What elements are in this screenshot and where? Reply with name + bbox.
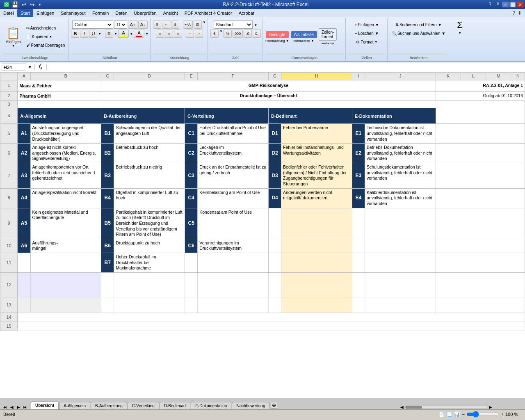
cell-E4-content[interactable]: Kalibrierdokumentation ist unvollständig…	[365, 188, 436, 208]
tab-next-btn[interactable]: ▶	[16, 405, 21, 409]
cell-reference-input[interactable]	[2, 64, 26, 71]
col-header-I[interactable]: I	[352, 73, 365, 80]
sheet-tab-nachbewertung[interactable]: Nachbewertung	[232, 402, 269, 409]
decrease-decimal-btn[interactable]: 0.	[253, 30, 261, 38]
cell-B13[interactable]	[30, 297, 101, 313]
cell-J10[interactable]	[365, 239, 436, 253]
row-5-header[interactable]: 5	[0, 124, 18, 144]
zoom-level[interactable]: 100 %	[505, 412, 522, 417]
label-D2[interactable]: D2	[268, 144, 281, 163]
minimize-button[interactable]: ─	[502, 2, 509, 7]
table-format-btn[interactable]: Als Tabelle	[291, 31, 317, 38]
cell-I11[interactable]	[352, 253, 365, 273]
header-D-bedienart[interactable]: D-Bedienart	[268, 108, 352, 124]
cell-G9[interactable]	[268, 208, 281, 239]
label-C1[interactable]: C1	[185, 124, 198, 144]
label-C3[interactable]: C3	[185, 163, 198, 189]
border-dropdown[interactable]: ▼	[114, 32, 117, 36]
cell-C4-content[interactable]: Keimbelastung am Point of Use	[198, 188, 269, 208]
tab-scroll-left[interactable]: ◀	[400, 405, 404, 409]
label-D1[interactable]: D1	[268, 124, 281, 144]
label-B6[interactable]: B6	[101, 239, 114, 253]
cell-E2-content[interactable]: Betriebs-Dokumentation unvollständig, fe…	[365, 144, 436, 163]
cell-J13[interactable]	[365, 297, 436, 313]
col-header-B[interactable]: B	[30, 73, 101, 80]
cell-B11[interactable]	[30, 253, 101, 273]
cell-I9[interactable]	[352, 208, 365, 239]
label-A2[interactable]: A2	[18, 144, 30, 163]
sort-filter-btn[interactable]: ⇅ Sortieren und Filtern ▼	[394, 21, 443, 29]
cell-J11[interactable]	[365, 253, 436, 273]
sheet-tab-uebersicht[interactable]: Übersicht	[31, 402, 59, 409]
sheet-tab-e-dokumentation[interactable]: E-Dokumentation	[191, 402, 231, 409]
cell-A2[interactable]: Pharma GmbH	[18, 91, 101, 100]
percent-btn[interactable]: %	[224, 30, 232, 38]
cell-D2-content[interactable]: Fehler bei Instandhaltungs- und Wartungs…	[281, 144, 352, 163]
cell-H11[interactable]	[281, 253, 352, 273]
zoom-slider[interactable]	[466, 411, 499, 418]
cell-H13[interactable]	[281, 297, 352, 313]
label-A5[interactable]: A5	[18, 208, 30, 239]
label-D4[interactable]: D4	[268, 188, 281, 208]
cell-C13[interactable]	[101, 297, 114, 313]
copy-button[interactable]: 📄 Kopieren ▼	[25, 33, 67, 41]
autosum-dropdown[interactable]: ▼	[458, 31, 461, 35]
close-button[interactable]: ✕	[517, 2, 523, 7]
label-B2[interactable]: B2	[101, 144, 114, 163]
tab-first-btn[interactable]: ⏮	[2, 405, 8, 409]
merge-dropdown[interactable]: ▼	[203, 21, 206, 29]
sheet-tab-d-bedienart[interactable]: D-Bedienart	[160, 402, 190, 409]
cell-A4-content[interactable]: Anlagenspezifikation nicht korrekt	[30, 188, 101, 208]
paste-button[interactable]: 📋 Einfügen ▼	[3, 25, 24, 49]
col-header-H[interactable]: H	[281, 73, 352, 80]
italic-button[interactable]: I	[80, 30, 88, 38]
cell-B1-content[interactable]: Schwankungen in der Qualität der angesau…	[114, 124, 185, 144]
cell-I10[interactable]	[352, 239, 365, 253]
col-header-K[interactable]: K	[436, 73, 461, 80]
label-D3[interactable]: D3	[268, 163, 281, 189]
cell-F13[interactable]	[198, 297, 269, 313]
label-E1[interactable]: E1	[352, 124, 365, 144]
col-header-A[interactable]: A	[18, 73, 30, 80]
label-A3[interactable]: A3	[18, 163, 30, 189]
cut-button[interactable]: ✂ Ausschneiden	[25, 24, 67, 32]
copy-dropdown-icon[interactable]: ▼	[49, 35, 52, 39]
cell-J12[interactable]	[365, 273, 436, 297]
menu-ueberpruefen[interactable]: Überprüfen	[131, 9, 160, 17]
cell-A2-content[interactable]: Anlage ist nicht korrekt angeschlossen (…	[30, 144, 101, 163]
insert-cell-btn[interactable]: + Einfügen ▼	[353, 21, 381, 29]
tab-scroll-right[interactable]: ▶	[489, 405, 492, 409]
row-15-header[interactable]: 15	[0, 322, 18, 331]
label-A6[interactable]: A6	[18, 239, 30, 253]
cell-E1-content[interactable]: Technische Dokumentation ist unvollständ…	[365, 124, 436, 144]
autosum-btn[interactable]: Σ	[457, 20, 463, 30]
row-14-header[interactable]: 14	[0, 313, 18, 322]
scroll-area[interactable]: A B C D E F G H I J K L M N	[0, 72, 525, 398]
cell-E11[interactable]	[185, 253, 198, 273]
zoom-minus-btn[interactable]: −	[462, 411, 465, 417]
cell-C12[interactable]	[101, 273, 114, 297]
menu-start[interactable]: Start	[17, 9, 33, 17]
view-pagebreak-btn[interactable]: 📊	[454, 411, 460, 417]
cell-G11[interactable]	[268, 253, 281, 273]
cell-E13[interactable]	[185, 297, 198, 313]
currency-dropdown[interactable]: ▼	[219, 30, 223, 38]
border-button[interactable]: ⊞	[105, 30, 113, 38]
wrap-text-btn[interactable]: ↵A	[183, 21, 193, 29]
header-B-aufbereitung[interactable]: B-Aufbereitung	[101, 108, 185, 124]
menu-seitenlayout[interactable]: Seitenlayout	[57, 9, 89, 17]
cell-C5-content[interactable]: Kondensat am Point of Use	[198, 208, 269, 239]
font-size-select[interactable]: 10 891112	[114, 21, 127, 29]
row-3-header[interactable]: 3	[0, 100, 18, 108]
cell-C1[interactable]: GMP-Risikoanalyse	[101, 80, 436, 91]
row-7-header[interactable]: 7	[0, 163, 18, 189]
fx-button[interactable]: fx	[37, 64, 44, 70]
help-icon[interactable]: ?	[486, 2, 494, 7]
cell-B4-content[interactable]: Ölgehalt in komprimierter Luft zu hoch	[114, 188, 185, 208]
row14-content[interactable]	[18, 313, 525, 322]
cell-C3-content[interactable]: Druck an der Entnahmestelle ist zu gerin…	[198, 163, 269, 189]
tab-prev-btn[interactable]: ◀	[9, 405, 15, 409]
row-8-header[interactable]: 8	[0, 188, 18, 208]
font-name-select[interactable]: Calibri	[72, 21, 113, 29]
label-B3[interactable]: B3	[101, 163, 114, 189]
